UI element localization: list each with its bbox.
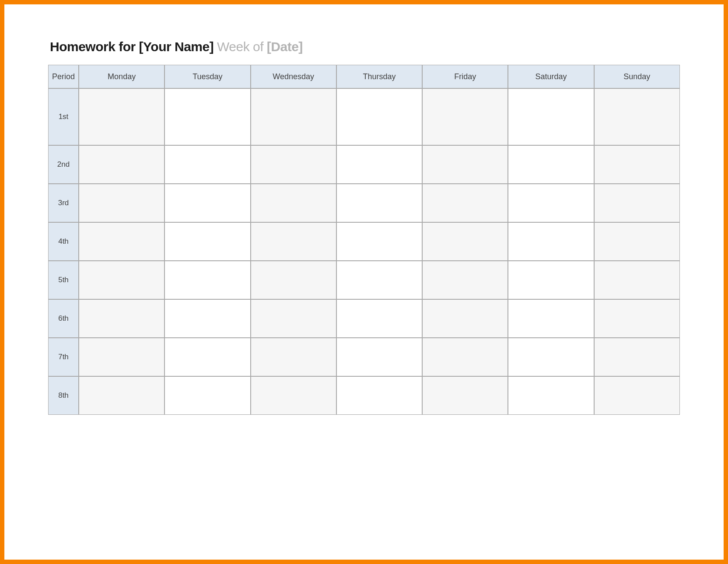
schedule-cell[interactable] xyxy=(422,88,508,145)
col-header-thursday: Thursday xyxy=(336,65,422,88)
col-header-sunday: Sunday xyxy=(594,65,680,88)
schedule-cell[interactable] xyxy=(422,376,508,415)
period-label: 2nd xyxy=(48,145,79,184)
period-label: 8th xyxy=(48,376,79,415)
period-label: 3rd xyxy=(48,184,79,222)
schedule-cell[interactable] xyxy=(508,338,594,376)
week-label: Week of xyxy=(214,39,267,54)
schedule-cell[interactable] xyxy=(336,145,422,184)
schedule-cell[interactable] xyxy=(79,376,164,415)
table-row: 5th xyxy=(48,261,680,299)
col-header-monday: Monday xyxy=(79,65,164,88)
schedule-cell[interactable] xyxy=(79,338,164,376)
schedule-cell[interactable] xyxy=(251,376,336,415)
table-row: 2nd xyxy=(48,145,680,184)
col-header-period: Period xyxy=(48,65,79,88)
col-header-tuesday: Tuesday xyxy=(164,65,250,88)
schedule-cell[interactable] xyxy=(79,145,164,184)
schedule-cell[interactable] xyxy=(336,376,422,415)
schedule-cell[interactable] xyxy=(594,376,680,415)
col-header-saturday: Saturday xyxy=(508,65,594,88)
schedule-cell[interactable] xyxy=(164,376,250,415)
schedule-cell[interactable] xyxy=(164,222,250,261)
schedule-cell[interactable] xyxy=(336,184,422,222)
page-title: Homework for [Your Name] Week of [Date] xyxy=(50,39,680,54)
schedule-cell[interactable] xyxy=(164,145,250,184)
date-placeholder: [Date] xyxy=(267,39,303,54)
schedule-cell[interactable] xyxy=(422,261,508,299)
period-label: 7th xyxy=(48,338,79,376)
schedule-cell[interactable] xyxy=(594,145,680,184)
schedule-cell[interactable] xyxy=(594,88,680,145)
name-placeholder: [Your Name] xyxy=(139,39,214,54)
schedule-cell[interactable] xyxy=(79,222,164,261)
period-label: 4th xyxy=(48,222,79,261)
period-label: 6th xyxy=(48,299,79,338)
schedule-cell[interactable] xyxy=(336,222,422,261)
schedule-cell[interactable] xyxy=(79,299,164,338)
schedule-cell[interactable] xyxy=(164,299,250,338)
schedule-cell[interactable] xyxy=(336,338,422,376)
col-header-wednesday: Wednesday xyxy=(251,65,336,88)
schedule-cell[interactable] xyxy=(594,184,680,222)
schedule-cell[interactable] xyxy=(422,145,508,184)
header-row: Period Monday Tuesday Wednesday Thursday… xyxy=(48,65,680,88)
schedule-cell[interactable] xyxy=(508,222,594,261)
schedule-cell[interactable] xyxy=(594,222,680,261)
table-row: 7th xyxy=(48,338,680,376)
schedule-cell[interactable] xyxy=(251,184,336,222)
table-row: 8th xyxy=(48,376,680,415)
table-row: 3rd xyxy=(48,184,680,222)
schedule-cell[interactable] xyxy=(422,299,508,338)
schedule-cell[interactable] xyxy=(508,299,594,338)
table-row: 6th xyxy=(48,299,680,338)
schedule-cell[interactable] xyxy=(164,338,250,376)
schedule-cell[interactable] xyxy=(508,88,594,145)
period-label: 1st xyxy=(48,88,79,145)
schedule-cell[interactable] xyxy=(251,261,336,299)
schedule-cell[interactable] xyxy=(79,184,164,222)
document-frame: Homework for [Your Name] Week of [Date] … xyxy=(0,0,728,564)
schedule-cell[interactable] xyxy=(336,261,422,299)
schedule-cell[interactable] xyxy=(251,222,336,261)
schedule-cell[interactable] xyxy=(422,222,508,261)
table-row: 4th xyxy=(48,222,680,261)
schedule-cell[interactable] xyxy=(251,299,336,338)
schedule-cell[interactable] xyxy=(594,261,680,299)
schedule-cell[interactable] xyxy=(164,261,250,299)
schedule-cell[interactable] xyxy=(336,299,422,338)
schedule-cell[interactable] xyxy=(164,184,250,222)
schedule-cell[interactable] xyxy=(79,88,164,145)
schedule-cell[interactable] xyxy=(594,299,680,338)
period-label: 5th xyxy=(48,261,79,299)
schedule-cell[interactable] xyxy=(422,184,508,222)
schedule-cell[interactable] xyxy=(594,338,680,376)
schedule-cell[interactable] xyxy=(251,88,336,145)
schedule-cell[interactable] xyxy=(508,184,594,222)
schedule-cell[interactable] xyxy=(251,145,336,184)
schedule-cell[interactable] xyxy=(164,88,250,145)
schedule-cell[interactable] xyxy=(422,338,508,376)
schedule-cell[interactable] xyxy=(508,261,594,299)
schedule-cell[interactable] xyxy=(79,261,164,299)
homework-schedule-table: Period Monday Tuesday Wednesday Thursday… xyxy=(48,65,680,415)
schedule-cell[interactable] xyxy=(508,145,594,184)
title-prefix: Homework for xyxy=(50,39,139,54)
schedule-cell[interactable] xyxy=(508,376,594,415)
schedule-cell[interactable] xyxy=(336,88,422,145)
table-row: 1st xyxy=(48,88,680,145)
schedule-body: 1st 2nd 3rd xyxy=(48,88,680,415)
col-header-friday: Friday xyxy=(422,65,508,88)
schedule-cell[interactable] xyxy=(251,338,336,376)
